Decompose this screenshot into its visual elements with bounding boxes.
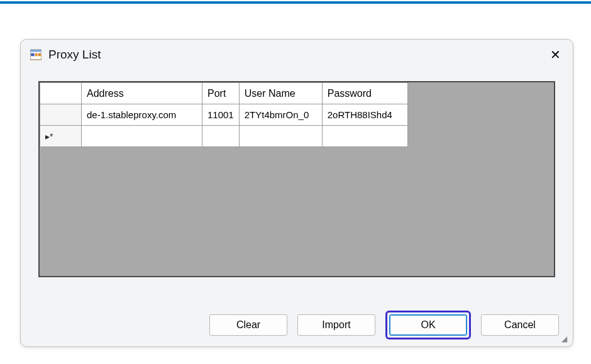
grid-header-row: Address Port User Name Password — [40, 83, 408, 104]
table-row-new[interactable]: ▸* — [40, 126, 408, 147]
svg-rect-2 — [31, 53, 35, 57]
cell-port[interactable]: 11001 — [202, 104, 240, 126]
proxy-grid[interactable]: Address Port User Name Password de-1.sta… — [40, 82, 408, 147]
port-input[interactable] — [207, 131, 234, 141]
app-icon — [30, 48, 42, 61]
cell-port[interactable] — [202, 126, 240, 147]
proxy-list-dialog: Proxy List ✕ Address Port User Name Pass… — [20, 39, 573, 347]
svg-rect-1 — [30, 50, 41, 52]
ok-button-highlight: OK — [385, 311, 471, 339]
import-button[interactable]: Import — [297, 314, 375, 336]
dialog-footer: Clear Import OK Cancel ◢ — [21, 309, 573, 346]
cell-password[interactable]: 2oRTH88IShd4 — [322, 104, 407, 126]
column-header-address[interactable]: Address — [82, 83, 202, 104]
dialog-title: Proxy List — [48, 48, 101, 62]
ok-button[interactable]: OK — [389, 314, 467, 336]
svg-rect-3 — [35, 53, 37, 57]
table-row[interactable]: de-1.stableproxy.com 11001 2TYt4bmrOn_0 … — [40, 104, 408, 126]
row-marker: ▸* — [40, 126, 82, 147]
clear-button[interactable]: Clear — [209, 314, 287, 336]
close-icon: ✕ — [550, 48, 561, 61]
user-input[interactable] — [245, 131, 317, 141]
cell-password-active[interactable] — [322, 126, 407, 147]
row-marker — [40, 104, 82, 126]
row-header-corner — [40, 83, 82, 104]
cell-address[interactable]: de-1.stableproxy.com — [82, 104, 202, 126]
resize-grip-icon[interactable]: ◢ — [561, 335, 570, 344]
top-accent-line — [0, 1, 591, 4]
cell-address[interactable] — [82, 126, 202, 147]
password-input[interactable] — [328, 131, 402, 141]
close-button[interactable]: ✕ — [544, 43, 566, 66]
dialog-body: Address Port User Name Password de-1.sta… — [21, 70, 573, 309]
svg-rect-4 — [38, 53, 41, 57]
column-header-user[interactable]: User Name — [239, 83, 322, 104]
column-header-password[interactable]: Password — [322, 83, 407, 104]
proxy-grid-panel: Address Port User Name Password de-1.sta… — [38, 81, 555, 277]
cell-user[interactable]: 2TYt4bmrOn_0 — [239, 104, 322, 126]
address-input[interactable] — [87, 131, 197, 141]
column-header-port[interactable]: Port — [202, 83, 240, 104]
titlebar: Proxy List ✕ — [21, 40, 573, 70]
cell-user[interactable] — [239, 126, 322, 147]
cancel-button[interactable]: Cancel — [481, 314, 559, 336]
